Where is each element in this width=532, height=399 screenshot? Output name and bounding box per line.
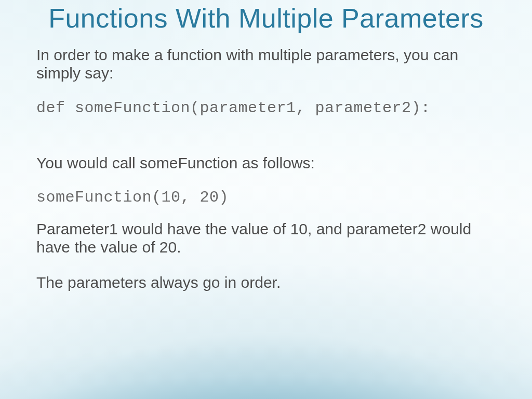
intro-text: In order to make a function with multipl…: [36, 46, 496, 83]
code-call: someFunction(10, 20): [36, 189, 496, 207]
explanation-text: Parameter1 would have the value of 10, a…: [36, 220, 496, 257]
slide-content: Functions With Multiple Parameters In or…: [0, 0, 532, 291]
code-definition: def someFunction(parameter1, parameter2)…: [36, 99, 496, 117]
call-intro-text: You would call someFunction as follows:: [36, 154, 496, 172]
slide-body: In order to make a function with multipl…: [36, 46, 496, 291]
order-note-text: The parameters always go in order.: [36, 273, 496, 291]
slide-title: Functions With Multiple Parameters: [36, 0, 496, 34]
